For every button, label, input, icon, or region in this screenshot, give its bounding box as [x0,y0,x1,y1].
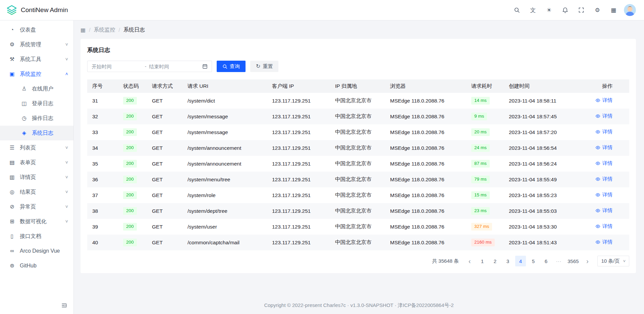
sidebar-item-arco-design-vue[interactable]: ∞Arco Design Vue [0,244,73,258]
page-button-3[interactable]: 3 [502,256,513,266]
breadcrumb-item[interactable]: 系统日志 [123,26,145,34]
page-button-3565[interactable]: 3565 [566,256,580,266]
sidebar-item-result-page[interactable]: ◎结果页˅ [0,185,73,199]
detail-link[interactable]: 详情 [595,192,612,198]
chevron-down-icon: ˅ [65,42,68,47]
sidebar-item-label: 异常页 [20,203,36,210]
sidebar-item-login-logs[interactable]: ◫登录日志 [0,96,73,111]
chevron-up-icon: ˄ [65,72,68,76]
chevron-left-icon: ‹ [469,257,471,265]
reset-button[interactable]: ↻ 重置 [250,61,278,72]
detail-link[interactable]: 详情 [595,144,612,151]
sidebar-item-data-visualization[interactable]: ⊞数据可视化˅ [0,214,73,229]
docs-icon: ▦ [611,7,616,13]
search-button[interactable]: 查询 [217,61,246,72]
cell-browser: MSEdge 118.0.2088.76 [385,172,466,187]
cell-no: 31 [87,93,118,109]
cell-created-time: 2023-11-04 18:51:43 [504,235,584,250]
sidebar-item-list-page[interactable]: ☰列表页˅ [0,140,73,155]
cell-elapsed: 79 ms [466,172,504,187]
sidebar-item-system-logs[interactable]: ◈系统日志 [0,126,73,140]
cell-ip-location: 中国北京北京市 [330,109,385,124]
sidebar-item-exception-page[interactable]: ⊘异常页˅ [0,199,73,214]
detail-link[interactable]: 详情 [595,223,612,230]
detail-link[interactable]: 详情 [595,160,612,167]
header-notification-button[interactable] [559,4,571,16]
detail-link[interactable]: 详情 [595,113,612,119]
column-header: 请求 URI [182,79,267,93]
sidebar-item-api-docs[interactable]: ▯接口文档 [0,229,73,244]
cell-action: 详情 [584,235,629,250]
eye-icon [595,145,600,150]
cell-status: 200 [118,203,147,219]
cell-elapsed: 87 ms [466,156,504,172]
page-title: 系统日志 [87,46,629,54]
cell-status: 200 [118,219,147,235]
detail-link[interactable]: 详情 [595,207,612,214]
cell-action: 详情 [584,109,629,124]
date-range-picker[interactable]: - [87,61,212,72]
page-size-select[interactable]: 10 条/页 ˅ [597,256,629,266]
prev-page-button[interactable]: ‹ [464,256,475,266]
sidebar-item-dashboard[interactable]: ◔仪表盘 [0,22,73,37]
detail-link[interactable]: 详情 [595,176,612,182]
sidebar-item-system-tools[interactable]: ⚒系统工具˅ [0,52,73,67]
column-header: 请求耗时 [466,79,504,93]
sidebar-item-system-monitor[interactable]: ▣系统监控˄ [0,67,73,81]
header-docs-button[interactable]: ▦ [608,4,619,16]
cell-uri: /system/announcement [182,156,267,172]
column-header: 浏览器 [385,79,466,93]
breadcrumb-item[interactable]: 系统监控 [94,26,115,34]
header-search-button[interactable] [511,4,523,16]
cell-method: GET [147,93,182,109]
cell-uri: /system/message [182,109,267,124]
start-time-input[interactable] [92,64,142,69]
avatar[interactable] [624,4,636,16]
header-settings-button[interactable]: ⚙ [592,4,603,16]
end-time-input[interactable] [149,64,200,69]
page-button-1[interactable]: 1 [477,256,488,266]
detail-link[interactable]: 详情 [595,239,612,245]
sidebar-item-form-page[interactable]: ▤表单页˅ [0,155,73,170]
eye-icon [595,129,600,134]
cell-elapsed: 23 ms [466,203,504,219]
theme-icon: ☀ [546,7,551,13]
logo[interactable]: ContiNew Admin [6,4,68,16]
eye-icon [595,208,600,213]
page-button-6[interactable]: 6 [541,256,551,266]
sidebar-item-operation-logs[interactable]: ◷操作日志 [0,111,73,126]
log-row: 38200GET/system/dept/tree123.117.129.251… [87,203,629,219]
cell-ip-location: 中国北京北京市 [330,219,385,235]
cell-method: GET [147,172,182,187]
cell-action: 详情 [584,93,629,109]
cell-ip-location: 中国北京北京市 [330,140,385,156]
cell-method: GET [147,203,182,219]
detail-link[interactable]: 详情 [595,97,612,104]
sidebar-item-system-management[interactable]: ⚙系统管理˅ [0,37,73,52]
sidebar-item-label: 接口文档 [20,233,41,240]
search-icon [514,7,520,13]
page-button-5[interactable]: 5 [528,256,539,266]
pagination-ellipsis[interactable]: ··· [553,256,564,266]
collapse-sidebar-button[interactable] [59,301,69,310]
sidebar-item-online-users[interactable]: ♙在线用户 [0,81,73,96]
elapsed-tag: 327 ms [471,223,492,231]
detail-link[interactable]: 详情 [595,129,612,135]
apps-icon[interactable]: ▦ [80,27,86,33]
sidebar-item-detail-page[interactable]: ▥详情页˅ [0,170,73,185]
page-button-4[interactable]: 4 [515,256,526,266]
cell-client-ip: 123.117.129.251 [267,203,330,219]
header-fullscreen-button[interactable] [576,4,587,16]
next-page-button[interactable]: › [582,256,593,266]
log-row: 35200GET/system/announcement123.117.129.… [87,156,629,172]
header-language-button[interactable]: 文 [527,4,539,16]
status-tag: 200 [123,239,137,246]
sidebar-item-github[interactable]: ⊚GitHub [0,258,73,273]
cell-method: GET [147,124,182,140]
header-theme-button[interactable]: ☀ [543,4,555,16]
cell-elapsed: 327 ms [466,219,504,235]
cell-elapsed: 14 ms [466,93,504,109]
page-button-2[interactable]: 2 [490,256,500,266]
settings-icon: ⚙ [595,7,600,13]
chevron-down-icon: ˅ [65,204,68,209]
